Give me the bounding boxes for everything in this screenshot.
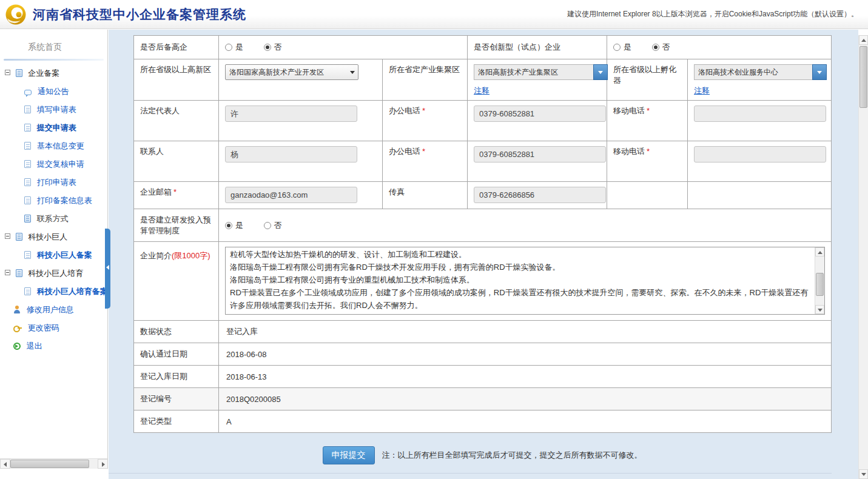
sidebar-section-enterprise-filing[interactable]: 企业备案 xyxy=(0,64,107,82)
radio-icon[interactable] xyxy=(264,222,271,229)
scrollbar-thumb[interactable] xyxy=(860,46,867,108)
mobile-2-input[interactable] xyxy=(694,146,826,162)
char-limit-text: (限1000字) xyxy=(172,251,210,260)
label-email: 企业邮箱* xyxy=(134,182,219,209)
radio-icon[interactable] xyxy=(264,44,271,51)
label-text: 移动电话 xyxy=(613,106,645,115)
label-text: 办公电话 xyxy=(389,106,420,115)
field-mobile-2 xyxy=(688,141,832,182)
radio-rd-budget-no[interactable]: 否 xyxy=(264,220,282,231)
label-text: 企业邮箱 xyxy=(140,187,172,196)
legal-rep-input[interactable] xyxy=(225,106,357,122)
document-icon xyxy=(24,287,31,295)
office-phone-1-input[interactable] xyxy=(474,106,606,122)
label-legal-rep: 法定代表人 xyxy=(134,101,219,141)
required-asterisk: * xyxy=(422,147,425,156)
textarea-scrollbar[interactable] xyxy=(815,247,824,314)
scroll-up-icon[interactable] xyxy=(815,247,824,256)
required-asterisk: * xyxy=(173,187,177,196)
document-icon xyxy=(24,251,31,259)
radio-backup-hq-yes[interactable]: 是 xyxy=(225,42,243,53)
submit-row: 申报提交 注：以上所有栏目全部填写完成后才可提交，提交之后所有数据不可修改。 xyxy=(133,446,831,464)
sidebar-item-logout[interactable]: 退出 xyxy=(0,337,107,355)
label-text: 企业简介 xyxy=(140,251,172,260)
form-row: 企业简介(限1000字) 粒机等大型传达加热干燥机的的研发、设计、加工制造和工程… xyxy=(134,242,832,321)
industry-cluster-select[interactable]: 洛阳高新技术产业集聚区 xyxy=(474,64,608,80)
select-value: 洛阳高技术创业服务中心 xyxy=(694,64,812,80)
field-office-phone-2 xyxy=(468,141,607,182)
label-office-phone-2: 办公电话* xyxy=(383,141,468,182)
radio-icon[interactable] xyxy=(225,222,232,229)
sidebar-item-contact-info[interactable]: 联系方式 xyxy=(0,210,107,228)
sidebar-horizontal-scrollbar[interactable] xyxy=(0,458,108,469)
email-input[interactable] xyxy=(225,187,357,203)
sidebar-section-tech-giant[interactable]: 科技小巨人 xyxy=(0,228,107,246)
sidebar-item-basic-info-change[interactable]: 基本信息变更 xyxy=(0,137,107,155)
radio-icon[interactable] xyxy=(652,44,659,51)
radio-backup-hq-no[interactable]: 否 xyxy=(264,42,282,53)
value-register-date: 2018-06-13 xyxy=(219,366,832,388)
fax-input[interactable] xyxy=(474,187,606,203)
field-innovative: 是 否 xyxy=(607,36,832,59)
document-icon xyxy=(24,142,31,150)
sidebar-nav: 企业备案 通知公告 填写申请表 提交申请表 基本信息变更 xyxy=(0,64,107,355)
incubator-select[interactable]: 洛阳高技术创业服务中心 xyxy=(694,64,827,80)
scroll-up-icon[interactable] xyxy=(859,35,868,45)
office-phone-2-input[interactable] xyxy=(474,146,606,162)
required-asterisk: * xyxy=(647,106,650,115)
radio-innovative-no[interactable]: 否 xyxy=(652,42,670,53)
sidebar-item-fill-application[interactable]: 填写申请表 xyxy=(0,101,107,119)
select-value: 洛阳国家高新技术产业开发区 xyxy=(229,65,346,79)
industry-cluster-note-link[interactable]: 注释 xyxy=(474,85,490,96)
sidebar-section-tech-giant-cultivation[interactable]: 科技小巨人培育 xyxy=(0,264,107,283)
document-icon xyxy=(24,196,31,204)
label-company-profile: 企业简介(限1000字) xyxy=(134,242,219,321)
sidebar-item-edit-user-info[interactable]: 修改用户信息 xyxy=(0,301,107,319)
submit-button[interactable]: 申报提交 xyxy=(323,446,375,464)
incubator-note-link[interactable]: 注释 xyxy=(694,85,710,96)
page-vertical-scrollbar[interactable] xyxy=(858,35,868,479)
tree-collapse-icon[interactable] xyxy=(5,233,10,239)
hightech-zone-select[interactable]: 洛阳国家高新技术产业开发区 xyxy=(225,64,358,80)
scrollbar-thumb[interactable] xyxy=(10,460,89,468)
company-profile-textarea[interactable]: 粒机等大型传达加热干燥机的的研发、设计、加工制造和工程建设。 洛阳瑞岛干燥工程有… xyxy=(225,247,825,315)
sidebar-item-change-password[interactable]: 更改密码 xyxy=(0,319,107,337)
sidebar-item-tech-giant-cultivation-filing[interactable]: 科技小巨人培育备案 xyxy=(0,283,107,301)
scrollbar-thumb[interactable] xyxy=(816,273,824,296)
contact-input[interactable] xyxy=(225,146,357,162)
label-rd-budget: 是否建立研发投入预算管理制度 xyxy=(134,209,219,242)
sidebar-home[interactable]: 系统首页 xyxy=(0,30,107,59)
sidebar-section-label: 科技小巨人 xyxy=(28,232,67,241)
label-backup-hq: 是否后备高企 xyxy=(134,36,219,59)
radio-icon[interactable] xyxy=(225,44,232,51)
sidebar-item-tech-giant-filing[interactable]: 科技小巨人备案 xyxy=(0,246,107,264)
sidebar-item-print-filing-info[interactable]: 打印备案信息表 xyxy=(0,192,107,210)
scroll-right-icon[interactable] xyxy=(98,459,108,469)
radio-label: 否 xyxy=(274,221,282,230)
scroll-down-icon[interactable] xyxy=(859,469,868,479)
scroll-left-icon[interactable] xyxy=(0,459,10,469)
form-row: 是否建立研发投入预算管理制度 是 否 xyxy=(134,209,832,242)
sidebar-collapse-handle[interactable] xyxy=(105,229,110,309)
label-text: 办公电话 xyxy=(389,147,420,156)
scroll-down-icon[interactable] xyxy=(815,305,824,314)
document-icon xyxy=(24,124,31,132)
sidebar-section-label: 企业备案 xyxy=(28,69,59,78)
radio-innovative-yes[interactable]: 是 xyxy=(613,42,631,53)
sidebar-section-label: 科技小巨人培育 xyxy=(28,269,83,278)
sidebar-item-submit-application[interactable]: 提交申请表 xyxy=(0,119,107,137)
sidebar-item-notices[interactable]: 通知公告 xyxy=(0,82,107,101)
radio-rd-budget-yes[interactable]: 是 xyxy=(225,220,243,231)
value-confirm-date: 2018-06-08 xyxy=(219,343,832,366)
chevron-down-icon[interactable] xyxy=(593,64,608,80)
field-hightech-zone: 洛阳国家高新技术产业开发区 xyxy=(219,59,383,101)
tree-collapse-icon[interactable] xyxy=(5,70,10,75)
chevron-down-icon[interactable] xyxy=(812,64,827,80)
radio-icon[interactable] xyxy=(613,44,621,51)
sidebar-item-print-application[interactable]: 打印申请表 xyxy=(0,173,107,192)
form-row: 登记入库日期 2018-06-13 xyxy=(134,366,832,388)
mobile-1-input[interactable] xyxy=(694,106,826,122)
tree-collapse-icon[interactable] xyxy=(5,270,10,275)
app-header: 河南省科技型中小企业备案管理系统 建议使用Internet Explorer 8… xyxy=(0,0,868,29)
sidebar-item-submit-review[interactable]: 提交复核申请 xyxy=(0,155,107,173)
